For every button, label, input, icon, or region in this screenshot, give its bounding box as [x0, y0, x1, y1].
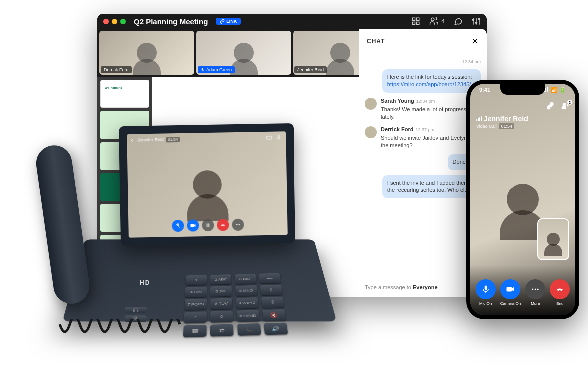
people-icon[interactable] — [276, 134, 282, 140]
mobile-call-header: 2 Jennifer Reid Video Call 01:54 — [476, 102, 569, 129]
keypad-key[interactable]: — — [259, 273, 281, 284]
participant-name-label: Derrick Ford — [101, 66, 132, 73]
svg-rect-11 — [202, 68, 203, 70]
svg-rect-24 — [190, 224, 194, 227]
chat-avatar — [365, 98, 377, 110]
signal-strength-icon — [476, 116, 482, 121]
mic-button[interactable] — [172, 220, 184, 232]
keypad-key[interactable]: 7 PQRS — [184, 299, 207, 310]
mic-icon — [481, 285, 490, 294]
more-icon — [235, 222, 241, 228]
keypad-key[interactable]: 6 MNO — [235, 285, 257, 296]
desk-phone-screen[interactable]: ‹ Jennifer Reid 01:54 — [127, 131, 288, 238]
meeting-link-badge[interactable]: LINK — [216, 18, 241, 25]
more-options-button[interactable]: More — [525, 279, 545, 306]
keypad-key[interactable]: ☎ — [183, 325, 207, 337]
keypad-key[interactable]: # SEND — [236, 310, 260, 322]
pause-button[interactable] — [202, 219, 214, 231]
slide-thumbnail[interactable]: Q4 Planning — [100, 80, 149, 108]
desk-phone-remote-video — [191, 168, 223, 200]
hangup-icon — [220, 222, 226, 228]
add-participant-icon[interactable]: 2 — [561, 102, 569, 112]
chat-timestamp: 12:34 pm — [365, 59, 481, 64]
people-icon[interactable] — [429, 17, 438, 26]
settings-sliders-icon[interactable] — [472, 17, 481, 26]
keypad-key[interactable]: ⇄ — [210, 324, 234, 336]
keypad-key[interactable]: 2 ABC — [210, 274, 231, 285]
mobile-phone-mockup: 9:41 📶 🔋 2 Jennifer Reid Video Call 01:5 — [466, 80, 579, 319]
hangup-button[interactable] — [217, 219, 229, 231]
link-icon — [220, 19, 225, 24]
mobile-screen: 9:41 📶 🔋 2 Jennifer Reid Video Call 01:5 — [470, 84, 575, 315]
keypad-key[interactable]: 🔇 — [262, 309, 286, 321]
svg-point-10 — [479, 18, 480, 20]
phone-cord — [55, 319, 185, 349]
desk-phone-mockup: HD 1 2 ABC 3 DEF — 4 GHI 5 JKL 6 MNO ⇧ 7… — [15, 120, 329, 349]
window-titlebar: Q2 Planning Meeting LINK 4 — [97, 14, 487, 29]
mic-muted-icon — [175, 223, 181, 229]
chat-header: CHAT ✕ — [359, 29, 487, 54]
keypad-key[interactable]: 8 TUV — [210, 298, 232, 310]
grid-view-icon[interactable] — [411, 17, 420, 26]
hd-icon — [266, 135, 272, 141]
mobile-self-view-pip[interactable] — [537, 218, 569, 260]
participant-name-label: Adam Green — [198, 66, 235, 73]
svg-rect-13 — [484, 285, 487, 290]
keypad-key[interactable]: 5 JKL — [210, 286, 232, 297]
keypad-key[interactable]: 3 DEF — [235, 274, 256, 284]
call-subtitle: Video Call 01:54 — [476, 124, 569, 129]
participant-avatar — [330, 43, 350, 63]
titlebar-actions: 4 — [411, 17, 481, 26]
chat-message-incoming: Sarah Young12:34 pm Thanks! We made a lo… — [365, 98, 481, 121]
svg-rect-1 — [417, 18, 419, 20]
chat-icon[interactable] — [454, 17, 463, 26]
svg-rect-14 — [507, 287, 512, 291]
hangup-icon — [555, 285, 564, 294]
camera-toggle-button[interactable]: Camera On — [500, 279, 521, 306]
back-icon[interactable]: ‹ — [131, 136, 133, 144]
keypad-key[interactable]: 🔊 — [264, 323, 288, 335]
chat-avatar — [365, 126, 377, 138]
keypad-key[interactable]: 1 — [186, 275, 207, 285]
more-icon — [531, 285, 540, 294]
close-chat-button[interactable]: ✕ — [471, 36, 479, 47]
chat-title: CHAT — [367, 38, 385, 45]
video-tile[interactable]: Adam Green — [196, 31, 291, 75]
keypad-key[interactable]: 4 GHI — [185, 287, 207, 298]
more-button[interactable] — [232, 219, 244, 231]
svg-point-28 — [237, 224, 238, 225]
camera-icon — [190, 222, 196, 228]
video-button[interactable] — [187, 219, 199, 231]
svg-point-12 — [563, 103, 565, 106]
caller-avatar — [193, 170, 222, 199]
mobile-call-controls: Mic On Camera On More End — [470, 265, 575, 315]
remote-person-avatar — [507, 184, 539, 215]
svg-rect-20 — [266, 136, 271, 139]
phone-keypad: 1 2 ABC 3 DEF — 4 GHI 5 JKL 6 MNO ⇧ 7 PQ… — [183, 273, 289, 337]
chat-link[interactable]: https://miro.com/app/board/12345/ — [387, 81, 471, 87]
headset-key[interactable] — [125, 307, 147, 313]
keypad-key[interactable]: 9 WXYZ — [236, 297, 258, 309]
desk-phone-call-controls — [172, 219, 244, 232]
svg-rect-2 — [413, 22, 415, 25]
svg-point-4 — [431, 18, 434, 21]
minimize-window-button[interactable] — [112, 19, 117, 24]
svg-point-15 — [532, 288, 534, 290]
video-tile[interactable]: Derrick Ford — [99, 31, 194, 75]
phone-notch — [500, 84, 545, 95]
keypad-key[interactable]: ⇩ — [261, 297, 284, 308]
link-icon[interactable] — [546, 102, 554, 110]
caller-name: Jennifer Reid — [484, 115, 528, 123]
participant-name-label: Jennifer Reid — [294, 66, 327, 73]
keypad-key[interactable]: 0 — [210, 311, 233, 323]
svg-point-8 — [473, 19, 474, 21]
mic-toggle-button[interactable]: Mic On — [476, 279, 496, 306]
keypad-key[interactable]: * — [184, 311, 207, 323]
keypad-key[interactable]: 📞 — [237, 323, 261, 336]
close-window-button[interactable] — [103, 19, 109, 24]
participant-avatar — [137, 43, 157, 63]
maximize-window-button[interactable] — [120, 19, 126, 24]
keypad-key[interactable]: ⇧ — [260, 285, 282, 296]
desk-phone-call-header: ‹ Jennifer Reid 01:54 — [131, 133, 282, 144]
end-call-button[interactable]: End — [550, 279, 570, 306]
